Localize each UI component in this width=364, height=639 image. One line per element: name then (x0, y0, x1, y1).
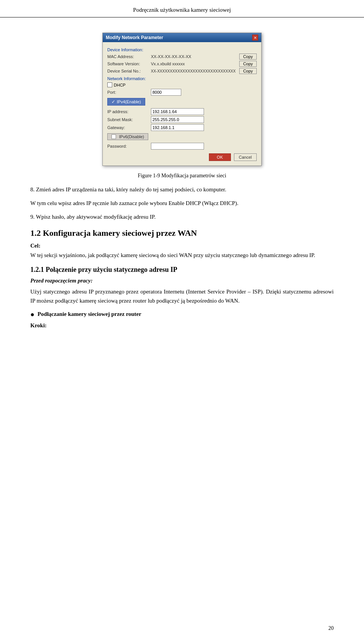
page-header: Podręcznik użytkownika kamery sieciowej (0, 0, 364, 17)
gateway-label: Gateway: (107, 125, 151, 130)
sw-label: Software Version: (107, 62, 151, 66)
kroki-label: Kroki: (30, 322, 334, 329)
password-label: Password: (107, 144, 151, 148)
section-1-2-1-heading: 1.2.1 Połączenie przy użyciu statycznego… (30, 266, 334, 274)
ipv6-disable-button[interactable]: IPv6(Disable) (107, 133, 148, 140)
section-1-2-heading: 1.2 Konfiguracja kamery sieciowej przez … (30, 228, 334, 238)
paragraph-3: 9. Wpisz hasło, aby aktywować modyfikacj… (30, 212, 334, 221)
figure-caption: Figure 1-9 Modyfikacja parametrów sieci (30, 173, 334, 179)
software-version-row: Software Version: Vx.x.xbuild xxxxxx Cop… (107, 61, 257, 67)
paragraph-2: W tym celu wpisz adres IP ręcznie lub za… (30, 199, 334, 208)
copy-sw-button[interactable]: Copy (239, 61, 257, 67)
copy-serial-button[interactable]: Copy (239, 68, 257, 74)
ipv6-row: IPv6(Disable) (107, 132, 257, 141)
dialog-titlebar: Modify Network Parameter ✕ (103, 33, 261, 42)
port-label: Port: (107, 90, 151, 95)
subnet-label: Subnet Mask: (107, 117, 151, 122)
sw-value: Vx.x.xbuild xxxxxx (151, 62, 239, 66)
copy-mac-button[interactable]: Copy (239, 54, 257, 60)
dialog-footer: OK Cancel (107, 153, 257, 161)
gateway-row: Gateway: (107, 124, 257, 131)
device-info-section-label: Device Information: (107, 47, 257, 52)
before-start-text: Użyj statycznego adresu IP przyznanego p… (30, 287, 334, 305)
network-info-section: Network Information: DHCP Port: (107, 76, 257, 150)
serial-label: Device Serial No.: (107, 69, 151, 73)
dialog-window: Modify Network Parameter ✕ Device Inform… (102, 33, 262, 166)
dialog-title: Modify Network Parameter (106, 35, 163, 40)
password-row: Password: (107, 143, 257, 150)
ipv6-label: IPv6(Disable) (119, 134, 144, 139)
cel-label: Cel: (30, 243, 334, 249)
serial-number-row: Device Serial No.: XX-XXXXXXXXXXXXXXXXXX… (107, 68, 257, 74)
paragraph-1: 8. Zmień adres IP urządzenia na taki, kt… (30, 185, 334, 194)
cel-text: W tej sekcji wyjaśniono, jak podłączyć k… (30, 251, 334, 260)
gateway-input[interactable] (151, 124, 204, 131)
serial-value: XX-XXXXXXXXXXXXXXXXXXXXXXXXXXXXXXX (151, 69, 239, 73)
ok-button[interactable]: OK (209, 153, 231, 161)
dhcp-label: DHCP (114, 83, 126, 87)
dialog-close-button[interactable]: ✕ (252, 35, 258, 41)
port-input[interactable] (151, 89, 181, 96)
ipv4-row: ✓ IPv4(Enable) (107, 97, 257, 107)
ip-input[interactable] (151, 108, 204, 115)
bullet-label: Podłączanie kamery sieciowej przez route… (38, 310, 141, 319)
cancel-button[interactable]: Cancel (234, 153, 257, 161)
mac-address-row: MAC Address: XX-XX-XX-XX-XX-XX Copy (107, 54, 257, 60)
mac-label: MAC Address: (107, 54, 151, 59)
network-info-label: Network Information: (107, 76, 257, 81)
ipv4-checkmark: ✓ (111, 99, 115, 104)
subnet-mask-row: Subnet Mask: (107, 116, 257, 123)
ip-label: IP address: (107, 109, 151, 114)
main-content: Modify Network Parameter ✕ Device Inform… (0, 17, 364, 340)
mac-value: XX-XX-XX-XX-XX-XX (151, 54, 239, 59)
bullet-item-router: ● Podłączanie kamery sieciowej przez rou… (30, 310, 334, 319)
password-input[interactable] (151, 143, 204, 150)
bullet-dot: ● (30, 310, 35, 319)
ip-address-row: IP address: (107, 108, 257, 115)
ipv4-label: IPv4(Enable) (117, 99, 141, 104)
page-title: Podręcznik użytkownika kamery sieciowej (133, 7, 231, 13)
dialog-body: Device Information: MAC Address: XX-XX-X… (103, 42, 261, 166)
dhcp-checkbox[interactable] (107, 82, 112, 87)
ipv6-checkbox[interactable] (111, 134, 116, 139)
before-start-label: Przed rozpoczęciem pracy: (30, 278, 334, 284)
dialog-container: Modify Network Parameter ✕ Device Inform… (30, 33, 334, 166)
subnet-input[interactable] (151, 116, 204, 123)
ipv4-enable-button[interactable]: ✓ IPv4(Enable) (107, 98, 145, 106)
port-row: Port: (107, 89, 257, 96)
page-number: 20 (328, 625, 334, 631)
dhcp-row: DHCP (107, 82, 257, 87)
